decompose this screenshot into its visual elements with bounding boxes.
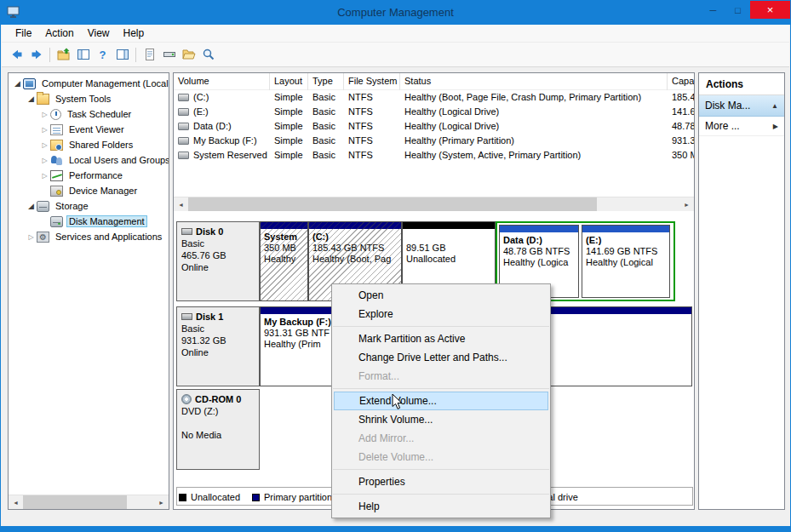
help-button[interactable]: ?	[93, 45, 112, 65]
back-button[interactable]	[7, 45, 26, 65]
tree-item-event-viewer[interactable]: ▷ Event Viewer	[9, 122, 169, 137]
menu-item-explore[interactable]: Explore	[332, 305, 550, 323]
menu-item-change-drive-letter-and-paths[interactable]: Change Drive Letter and Paths...	[332, 348, 550, 367]
spacer	[181, 417, 255, 429]
expander-collapsed-icon[interactable]: ▷	[26, 233, 37, 241]
scroll-left-arrow[interactable]: ◄	[174, 197, 188, 212]
volume-row-my-backup-f[interactable]: My Backup (F:) Simple Basic NTFS Healthy…	[174, 134, 694, 148]
actions-more[interactable]: More ... ▶	[699, 117, 784, 136]
disk-name: CD-ROM 0	[195, 393, 241, 405]
tree-item-label: Computer Management (Local	[39, 77, 169, 89]
volume-type: Basic	[308, 105, 344, 119]
column-header-capacity[interactable]: Capa	[668, 73, 694, 90]
shared-folders-icon	[50, 140, 63, 151]
forward-button[interactable]	[26, 45, 46, 65]
refresh-button[interactable]	[140, 45, 159, 65]
show-action-pane-button[interactable]	[112, 45, 132, 65]
expander-collapsed-icon[interactable]: ▷	[39, 141, 50, 149]
menu-separator	[333, 494, 549, 495]
tree-horizontal-scrollbar[interactable]: ◄ ►	[9, 495, 169, 509]
maximize-button[interactable]: □	[725, 1, 750, 19]
tree-item-computer-management[interactable]: ◢ Computer Management (Local	[9, 76, 169, 91]
volume-row-e[interactable]: (E:) Simple Basic NTFS Healthy (Logical …	[174, 105, 694, 119]
disk-icon	[50, 216, 63, 227]
column-header-layout[interactable]: Layout	[270, 73, 308, 90]
disk-0-label[interactable]: Disk 0 Basic 465.76 GB Online	[176, 221, 260, 301]
disk-name: Disk 0	[196, 226, 223, 237]
menu-action[interactable]: Action	[38, 26, 80, 41]
close-button[interactable]: ×	[750, 1, 790, 19]
expander-expanded-icon[interactable]: ◢	[26, 202, 37, 210]
tree-item-label: Task Scheduler	[65, 108, 134, 120]
menu-help[interactable]: Help	[117, 26, 152, 41]
volume-type: Basic	[308, 148, 344, 163]
show-action-pane-icon	[116, 48, 129, 61]
volume-capacity: 48.78	[668, 119, 694, 134]
menu-item-shrink-volume[interactable]: Shrink Volume...	[332, 410, 550, 429]
tree-item-task-scheduler[interactable]: ▷ Task Scheduler	[9, 106, 169, 122]
tree-item-system-tools[interactable]: ◢ System Tools	[9, 91, 169, 106]
volume-row-data-d[interactable]: Data (D:) Simple Basic NTFS Healthy (Log…	[174, 119, 694, 134]
collapse-up-icon[interactable]: ▲	[771, 102, 778, 110]
partition-e[interactable]: (E:) 141.69 GB NTFS Healthy (Logical	[582, 225, 670, 298]
expander-collapsed-icon[interactable]: ▷	[39, 111, 50, 118]
volume-layout: Simple	[270, 105, 308, 119]
expander-collapsed-icon[interactable]: ▷	[39, 126, 50, 134]
titlebar[interactable]: Computer Management ─ □ ×	[1, 1, 790, 25]
menu-item-mark-partition-as-active[interactable]: Mark Partition as Active	[332, 329, 550, 348]
open-icon	[182, 48, 196, 61]
tree-item-performance[interactable]: ▷ Performance	[9, 168, 169, 183]
volume-row-system-reserved[interactable]: System Reserved Simple Basic NTFS Health…	[174, 148, 694, 163]
tree-item-label: Shared Folders	[66, 139, 135, 151]
cdrom-0-label[interactable]: CD-ROM 0 DVD (Z:) No Media	[176, 389, 260, 470]
scroll-thumb[interactable]	[23, 495, 127, 510]
expander-collapsed-icon[interactable]: ▷	[39, 172, 50, 180]
menu-item-properties[interactable]: Properties	[332, 472, 550, 491]
disk-1-label[interactable]: Disk 1 Basic 931.32 GB Online	[176, 306, 260, 386]
tree-item-device-manager[interactable]: Device Manager	[9, 183, 169, 198]
menu-item-help[interactable]: Help	[332, 497, 550, 516]
menu-item-extend-volume[interactable]: Extend Volume...	[334, 392, 548, 410]
column-header-file-system[interactable]: File System	[344, 73, 400, 90]
actions-section-disk-management[interactable]: Disk Ma... ▲	[699, 95, 784, 117]
volume-list-header: Volume Layout Type File System Status Ca…	[174, 73, 694, 90]
scroll-right-arrow[interactable]: ►	[679, 197, 694, 212]
volume-status: Healthy (Primary Partition)	[400, 134, 668, 148]
partition-size: 141.69 GB NTFS	[586, 246, 666, 257]
partition-system[interactable]: System 350 MB Healthy	[260, 221, 308, 301]
volume-type: Basic	[308, 90, 344, 105]
search-button[interactable]	[198, 45, 218, 65]
minimize-button[interactable]: ─	[701, 1, 725, 19]
menu-item-open[interactable]: Open	[332, 286, 550, 305]
up-level-button[interactable]	[54, 45, 73, 65]
tree-item-storage[interactable]: ◢ Storage	[9, 198, 169, 214]
column-header-volume[interactable]: Volume	[174, 73, 270, 90]
menu-view[interactable]: View	[81, 26, 117, 41]
scroll-track[interactable]	[188, 197, 679, 212]
tree-item-local-users-and-groups[interactable]: ▷ Local Users and Groups	[9, 152, 169, 168]
volume-row-c[interactable]: (C:) Simple Basic NTFS Healthy (Boot, Pa…	[174, 90, 694, 105]
tree-item-shared-folders[interactable]: ▷ Shared Folders	[9, 137, 169, 152]
expander-collapsed-icon[interactable]: ▷	[39, 157, 50, 164]
tree-item-label: Event Viewer	[66, 123, 127, 135]
disk-media-status: No Media	[181, 429, 255, 441]
disk-properties-icon	[163, 48, 176, 61]
column-header-type[interactable]: Type	[308, 73, 344, 90]
volume-list-horizontal-scrollbar[interactable]: ◄ ►	[174, 197, 694, 211]
expander-expanded-icon[interactable]: ◢	[12, 79, 23, 88]
column-header-status[interactable]: Status	[400, 73, 668, 90]
disk-properties-button[interactable]	[159, 45, 179, 65]
scroll-thumb[interactable]	[188, 197, 597, 212]
scroll-track[interactable]	[23, 495, 154, 510]
scroll-left-arrow[interactable]: ◄	[9, 495, 23, 510]
tree-item-disk-management[interactable]: Disk Management	[9, 214, 169, 229]
open-button[interactable]	[179, 45, 198, 65]
tree-item-services-and-applications[interactable]: ▷ ⚙ Services and Applications	[9, 229, 169, 244]
expand-right-icon[interactable]: ▶	[773, 123, 778, 130]
mouse-cursor	[392, 393, 403, 412]
scroll-right-arrow[interactable]: ►	[154, 495, 169, 510]
menu-file[interactable]: File	[9, 26, 38, 41]
expander-expanded-icon[interactable]: ◢	[26, 94, 37, 103]
volume-capacity: 350 M	[668, 148, 694, 163]
show-console-tree-button[interactable]	[73, 45, 93, 65]
